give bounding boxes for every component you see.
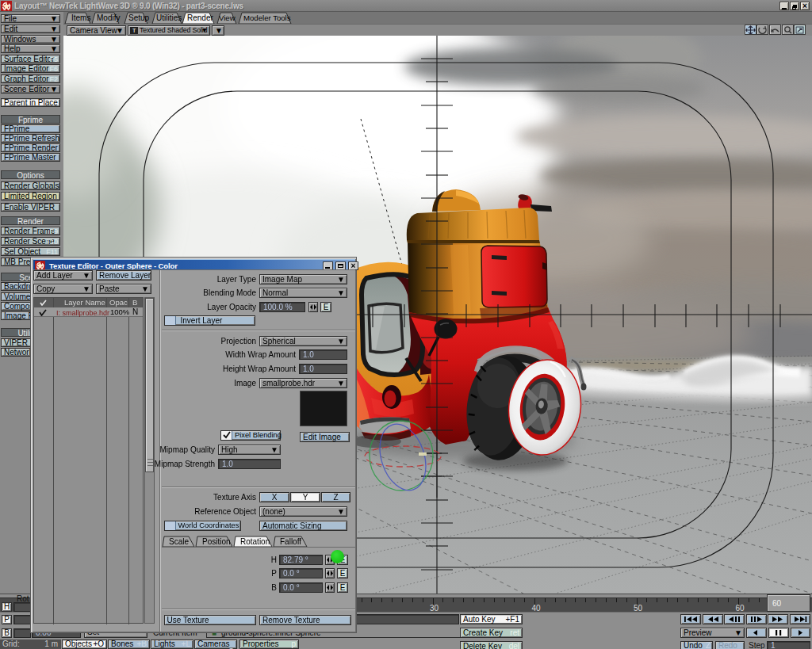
- svg-text:View: View: [219, 13, 236, 22]
- svg-text:Scale: Scale: [169, 537, 189, 546]
- svg-text:Modify: Modify: [97, 13, 120, 22]
- svg-text:Render: Render: [187, 13, 213, 22]
- svg-text:Modeler Tools: Modeler Tools: [243, 13, 291, 22]
- svg-text:Utilities: Utilities: [156, 13, 182, 22]
- svg-text:Rotation: Rotation: [240, 537, 270, 546]
- svg-text:Setup: Setup: [128, 13, 150, 22]
- svg-text:Items: Items: [71, 13, 90, 22]
- svg-text:Falloff: Falloff: [280, 537, 301, 546]
- svg-text:Position: Position: [202, 537, 231, 546]
